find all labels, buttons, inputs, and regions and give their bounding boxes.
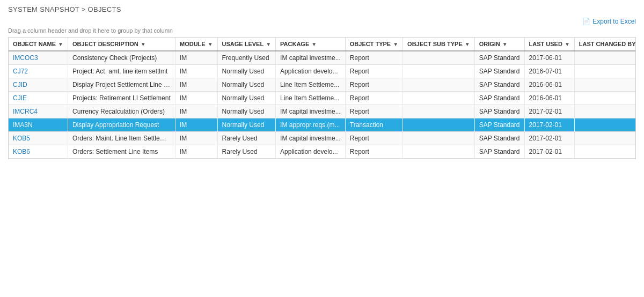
- col-header-usage[interactable]: USAGE LEVEL ▼: [217, 38, 276, 51]
- filter-icon-lastused: ▼: [565, 41, 570, 47]
- cell-name: KOB6: [9, 145, 68, 159]
- excel-icon: 📄: [582, 18, 590, 25]
- cell-lastused: 2016-06-01: [524, 92, 574, 105]
- filter-icon-name: ▼: [58, 41, 63, 47]
- cell-lastchanged: [574, 92, 636, 105]
- cell-desc: Projects: Retirement LI Settlement: [68, 92, 175, 105]
- table-row[interactable]: KOB5Orders: Maint. Line Item SettlementI…: [9, 132, 636, 145]
- cell-module: IM: [175, 145, 217, 159]
- link-name[interactable]: IMA3N: [13, 121, 33, 129]
- cell-usage: Rarely Used: [217, 145, 276, 159]
- link-name[interactable]: IMCRC4: [13, 108, 38, 115]
- cell-usage: Frequently Used: [217, 51, 276, 65]
- col-header-lastused[interactable]: LAST USED ▼: [524, 38, 574, 51]
- cell-package: IM capital investme...: [276, 105, 346, 118]
- cell-objtype: Report: [345, 132, 402, 145]
- col-header-subtype[interactable]: OBJECT SUB TYPE ▼: [403, 38, 475, 51]
- cell-module: IM: [175, 118, 217, 132]
- link-name[interactable]: CJ72: [13, 68, 28, 75]
- cell-lastchanged: [574, 65, 636, 78]
- drag-hint: Drag a column header and drop it here to…: [8, 27, 636, 34]
- cell-module: IM: [175, 105, 217, 118]
- cell-origin: SAP Standard: [474, 65, 524, 78]
- cell-lastused: 2017-02-01: [524, 132, 574, 145]
- cell-desc: Display Project Settlement Line Itms: [68, 78, 175, 92]
- cell-desc: Currency Recalculation (Orders): [68, 105, 175, 118]
- table-row[interactable]: IMCOC3Consistency Check (Projects)IMFreq…: [9, 51, 636, 65]
- col-header-objtype[interactable]: OBJECT TYPE ▼: [345, 38, 402, 51]
- cell-objtype: Report: [345, 92, 402, 105]
- filter-icon-subtype: ▼: [465, 41, 470, 47]
- export-to-excel-button[interactable]: 📄 Export to Excel: [582, 18, 636, 25]
- col-header-package[interactable]: PACKAGE ▼: [276, 38, 346, 51]
- cell-origin: SAP Standard: [474, 132, 524, 145]
- filter-icon-module: ▼: [208, 41, 213, 47]
- cell-package: IM capital investme...: [276, 132, 346, 145]
- cell-lastused: 2016-06-01: [524, 78, 574, 92]
- page-container: SYSTEM SNAPSHOT > OBJECTS 📄 Export to Ex…: [0, 0, 644, 165]
- cell-subtype: [403, 65, 475, 78]
- cell-desc: Display Appropriation Request: [68, 118, 175, 132]
- col-header-origin[interactable]: ORIGIN ▼: [474, 38, 524, 51]
- table-row[interactable]: KOB6Orders: Settlement Line ItemsIMRarel…: [9, 145, 636, 159]
- cell-origin: SAP Standard: [474, 92, 524, 105]
- cell-name: KOB5: [9, 132, 68, 145]
- breadcrumb: SYSTEM SNAPSHOT > OBJECTS: [8, 5, 636, 13]
- toolbar: 📄 Export to Excel: [8, 18, 636, 25]
- table-row[interactable]: CJIEProjects: Retirement LI SettlementIM…: [9, 92, 636, 105]
- col-header-desc[interactable]: OBJECT DESCRIPTION ▼: [68, 38, 175, 51]
- cell-origin: SAP Standard: [474, 118, 524, 132]
- cell-origin: SAP Standard: [474, 105, 524, 118]
- filter-icon-desc: ▼: [141, 41, 146, 47]
- cell-objtype: Report: [345, 65, 402, 78]
- cell-objtype: Report: [345, 78, 402, 92]
- cell-lastchanged: [574, 132, 636, 145]
- link-name[interactable]: KOB6: [13, 148, 30, 155]
- table-header-row: OBJECT NAME ▼ OBJECT DESCRIPTION ▼ MODUL…: [9, 38, 636, 51]
- cell-lastchanged: [574, 145, 636, 159]
- link-name[interactable]: CJIE: [13, 94, 27, 102]
- cell-lastused: 2017-02-01: [524, 118, 574, 132]
- cell-subtype: [403, 118, 475, 132]
- filter-icon-origin: ▼: [502, 41, 508, 47]
- objects-table: OBJECT NAME ▼ OBJECT DESCRIPTION ▼ MODUL…: [9, 38, 636, 159]
- cell-package: Line Item Settleme...: [276, 92, 346, 105]
- cell-subtype: [403, 78, 475, 92]
- cell-subtype: [403, 92, 475, 105]
- cell-package: IM capital investme...: [276, 51, 346, 65]
- col-header-lastchanged[interactable]: LAST CHANGED BY ▼: [574, 38, 636, 51]
- cell-objtype: Report: [345, 51, 402, 65]
- cell-name: CJID: [9, 78, 68, 92]
- cell-subtype: [403, 132, 475, 145]
- cell-usage: Normally Used: [217, 92, 276, 105]
- cell-lastchanged: [574, 105, 636, 118]
- cell-lastchanged: [574, 51, 636, 65]
- cell-module: IM: [175, 78, 217, 92]
- export-label: Export to Excel: [592, 18, 636, 25]
- cell-module: IM: [175, 132, 217, 145]
- cell-name: CJ72: [9, 65, 68, 78]
- cell-subtype: [403, 105, 475, 118]
- cell-lastused: 2017-02-01: [524, 145, 574, 159]
- cell-lastused: 2017-02-01: [524, 105, 574, 118]
- link-name[interactable]: CJID: [13, 81, 27, 88]
- table-row[interactable]: IMCRC4Currency Recalculation (Orders)IMN…: [9, 105, 636, 118]
- cell-objtype: Transaction: [345, 118, 402, 132]
- table-row[interactable]: CJ72Project: Act. amt. line item settlmt…: [9, 65, 636, 78]
- cell-origin: SAP Standard: [474, 51, 524, 65]
- cell-package: Application develo...: [276, 145, 346, 159]
- cell-usage: Rarely Used: [217, 132, 276, 145]
- cell-desc: Orders: Maint. Line Item Settlement: [68, 132, 175, 145]
- col-header-name[interactable]: OBJECT NAME ▼: [9, 38, 68, 51]
- cell-lastchanged: [574, 78, 636, 92]
- table-row[interactable]: IMA3NDisplay Appropriation RequestIMNorm…: [9, 118, 636, 132]
- table-body: IMCOC3Consistency Check (Projects)IMFreq…: [9, 51, 636, 159]
- cell-lastused: 2017-06-01: [524, 51, 574, 65]
- cell-usage: Normally Used: [217, 78, 276, 92]
- cell-module: IM: [175, 51, 217, 65]
- link-name[interactable]: KOB5: [13, 135, 30, 142]
- table-row[interactable]: CJIDDisplay Project Settlement Line Itms…: [9, 78, 636, 92]
- cell-name: CJIE: [9, 92, 68, 105]
- link-name[interactable]: IMCOC3: [13, 54, 38, 62]
- col-header-module[interactable]: MODULE ▼: [175, 38, 217, 51]
